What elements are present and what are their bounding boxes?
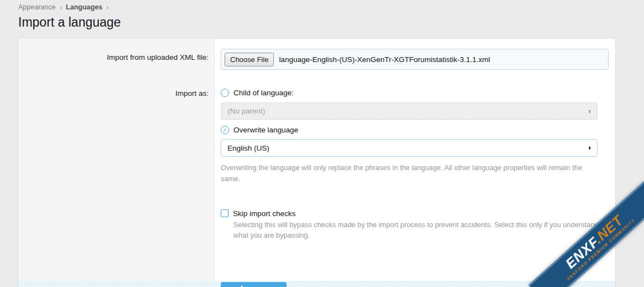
import-as-row: Import as: Child of language: (No parent…: [18, 78, 615, 281]
overwrite-language-value: English (US): [227, 144, 269, 152]
radio-child-of-language[interactable]: Child of language:: [221, 89, 609, 97]
form-footer: Import: [18, 281, 615, 287]
skip-checks-label: Skip import checks: [233, 209, 295, 218]
import-button-label: Import: [250, 285, 270, 287]
checkbox-unchecked-icon[interactable]: [221, 209, 228, 217]
xml-file-input[interactable]: Choose File language-English-(US)-XenGen…: [221, 49, 609, 70]
chevron-right-icon: ›: [106, 3, 109, 11]
radio-overwrite-label: Overwrite language: [233, 126, 298, 134]
overwrite-language-select[interactable]: English (US) ▲▼: [221, 139, 598, 157]
overwrite-hint: Overwriting the language will only repla…: [221, 162, 593, 184]
breadcrumb-appearance[interactable]: Appearance: [18, 3, 55, 11]
breadcrumb: Appearance › Languages ›: [18, 3, 109, 11]
select-spinner-icon: ▲▼: [588, 109, 591, 113]
radio-overwrite-language[interactable]: ✓ Overwrite language: [221, 126, 609, 134]
page-title: Import a language: [18, 15, 121, 30]
select-spinner-icon: ▲▼: [588, 146, 591, 150]
parent-language-value: (No parent): [227, 107, 265, 115]
checkbox-skip-import-checks[interactable]: Skip import checks: [221, 209, 609, 218]
chevron-right-icon: ›: [59, 3, 62, 11]
parent-language-select: (No parent) ▲▼: [221, 102, 598, 120]
breadcrumb-languages[interactable]: Languages: [66, 3, 102, 11]
radio-unselected-icon[interactable]: [221, 89, 229, 97]
import-as-label: Import as:: [18, 78, 215, 281]
import-button[interactable]: Import: [221, 282, 287, 287]
file-upload-row: Import from uploaded XML file: Choose Fi…: [18, 39, 615, 78]
choose-file-button[interactable]: Choose File: [225, 53, 274, 66]
skip-checks-block: Skip import checks Selecting this will b…: [221, 209, 609, 242]
file-upload-label: Import from uploaded XML file:: [18, 39, 215, 78]
radio-selected-icon[interactable]: ✓: [221, 126, 229, 134]
skip-checks-hint: Selecting this will bypass checks made b…: [233, 219, 605, 242]
selected-filename: language-English-(US)-XenGenTr-XGTForumi…: [279, 55, 490, 64]
import-language-form: Import from uploaded XML file: Choose Fi…: [18, 39, 615, 287]
radio-child-label: Child of language:: [233, 89, 294, 97]
